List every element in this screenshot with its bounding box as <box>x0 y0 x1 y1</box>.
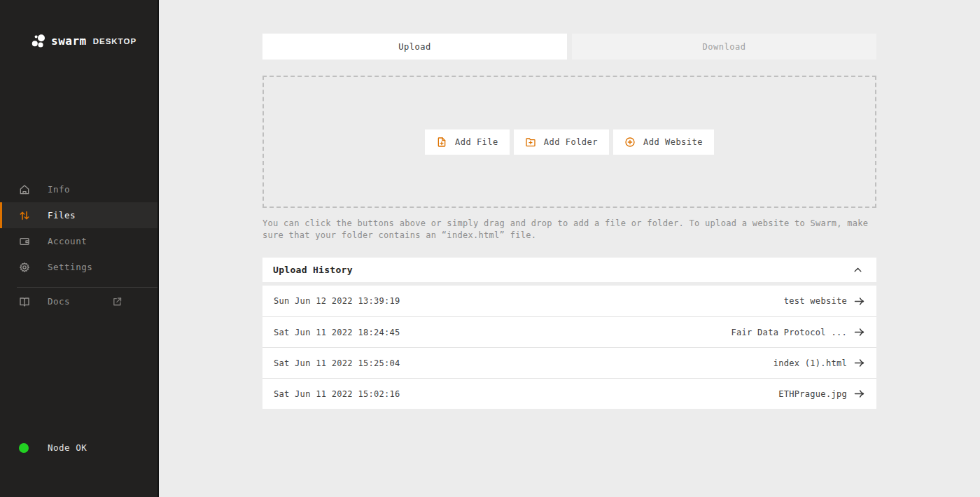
history-row-timestamp: Sat Jun 11 2022 15:25:04 <box>274 358 400 368</box>
sidebar-item-docs[interactable]: Docs <box>0 288 158 314</box>
add-folder-button[interactable]: Add Folder <box>514 130 609 155</box>
add-folder-label: Add Folder <box>544 137 598 147</box>
history-row-timestamp: Sun Jun 12 2022 13:39:19 <box>274 296 400 306</box>
dropzone-buttons: Add File Add Folder <box>425 130 714 155</box>
arrows-up-down-icon <box>19 210 30 221</box>
file-plus-icon <box>436 136 447 148</box>
node-status: Node OK <box>19 442 87 453</box>
sidebar-item-label: Docs <box>48 296 70 307</box>
history-row-name: index (1).html <box>774 358 847 368</box>
arrow-right-icon[interactable] <box>853 357 865 369</box>
circle-plus-icon <box>624 136 636 148</box>
history-row[interactable]: Sun Jun 12 2022 13:39:19 test website <box>262 286 876 316</box>
upload-history-list: Sun Jun 12 2022 13:39:19 test website Sa… <box>262 286 876 409</box>
history-row[interactable]: Sat Jun 11 2022 15:02:16 ETHPrague.jpg <box>262 378 876 409</box>
history-row-timestamp: Sat Jun 11 2022 15:02:16 <box>274 389 400 399</box>
app-logo: swarm DESKTOP <box>31 34 136 48</box>
sidebar-item-label: Settings <box>48 262 92 272</box>
dropzone-hint: You can click the buttons above or simpl… <box>262 218 876 241</box>
swarm-logo-icon <box>31 34 46 48</box>
main-area: Upload Download Add File <box>160 0 980 497</box>
tab-download[interactable]: Download <box>572 34 876 59</box>
sidebar-item-label: Files <box>48 210 76 220</box>
upload-history-title: Upload History <box>273 265 353 275</box>
arrow-right-icon[interactable] <box>853 295 865 307</box>
tab-upload[interactable]: Upload <box>262 34 567 59</box>
sidebar-divider <box>17 287 158 288</box>
external-link-icon <box>112 296 122 307</box>
history-row-name: test website <box>784 296 847 306</box>
brand-name: swarm <box>51 34 87 48</box>
history-row-timestamp: Sat Jun 11 2022 18:24:45 <box>274 328 400 337</box>
add-file-label: Add File <box>455 137 498 147</box>
gear-icon <box>19 262 30 273</box>
sidebar-item-label: Account <box>48 236 87 246</box>
chevron-up-icon <box>853 265 862 274</box>
home-icon <box>19 184 30 195</box>
sidebar-item-settings[interactable]: Settings <box>0 254 158 280</box>
brand-suffix: DESKTOP <box>93 37 136 46</box>
file-dropzone[interactable]: Add File Add Folder <box>262 76 876 208</box>
sidebar-item-files[interactable]: Files <box>0 202 158 228</box>
upload-history-section: Upload History Sun Jun 12 2022 13:39:19 … <box>262 258 876 409</box>
node-status-label: Node OK <box>48 442 87 453</box>
sidebar-item-info[interactable]: Info <box>0 176 158 202</box>
arrow-right-icon[interactable] <box>853 388 865 400</box>
sidebar-item-account[interactable]: Account <box>0 228 158 254</box>
add-website-label: Add Website <box>643 137 703 147</box>
add-file-button[interactable]: Add File <box>425 130 510 155</box>
sidebar-nav: Info Files Account <box>0 176 158 314</box>
history-row[interactable]: Sat Jun 11 2022 18:24:45 Fair Data Proto… <box>262 316 876 347</box>
upload-history-header[interactable]: Upload History <box>262 258 876 282</box>
folder-plus-icon <box>525 136 536 148</box>
history-row-name: ETHPrague.jpg <box>778 389 847 399</box>
upload-download-tabs: Upload Download <box>262 34 876 59</box>
sidebar-item-label: Info <box>48 184 70 195</box>
sidebar: swarm DESKTOP Info Files <box>0 0 159 497</box>
add-website-button[interactable]: Add Website <box>613 130 714 155</box>
arrow-right-icon[interactable] <box>853 326 865 338</box>
wallet-icon <box>19 236 30 247</box>
history-row[interactable]: Sat Jun 11 2022 15:25:04 index (1).html <box>262 347 876 378</box>
history-row-name: Fair Data Protocol ... <box>731 328 847 337</box>
node-status-dot <box>19 443 29 453</box>
book-icon <box>19 296 30 307</box>
